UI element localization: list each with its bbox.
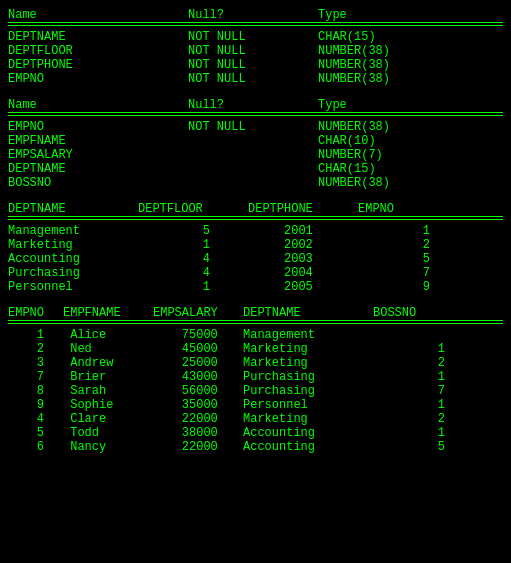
- schema1-row1-name: DEPTNAME: [8, 30, 188, 44]
- emp-row1-empno: 1: [8, 328, 63, 342]
- schema2-row4-null: [188, 162, 318, 176]
- emp-row3-empsalary: 25000: [153, 356, 243, 370]
- dept-row2-deptphone: 2002: [248, 238, 358, 252]
- emp-row5-empsalary: 56000: [153, 384, 243, 398]
- emp-row2-empno: 2: [8, 342, 63, 356]
- dept-row5-deptphone: 2005: [248, 280, 358, 294]
- dept-row2-deptname: Marketing: [8, 238, 138, 252]
- emp-table: EMPNO EMPFNAME EMPSALARY DEPTNAME BOSSNO…: [8, 306, 503, 454]
- emp-row8-empsalary: 38000: [153, 426, 243, 440]
- emp-row4-empno: 7: [8, 370, 63, 384]
- emp-col-empsalary: EMPSALARY: [153, 306, 243, 320]
- schema1-section: Name Null? Type DEPTNAME NOT NULL CHAR(1…: [8, 8, 503, 86]
- emp-row3-empno: 3: [8, 356, 63, 370]
- dept-row3-deptfloor: 4: [138, 252, 248, 266]
- emp-row1-empname: Alice: [63, 328, 153, 342]
- schema2-row5-type: NUMBER(38): [318, 176, 468, 190]
- schema1-row2-type: NUMBER(38): [318, 44, 468, 58]
- emp-row6-empname: Sophie: [63, 398, 153, 412]
- emp-row6-empno: 9: [8, 398, 63, 412]
- schema2-row2-type: CHAR(10): [318, 134, 468, 148]
- schema1-row1-type: CHAR(15): [318, 30, 468, 44]
- schema1-row3-type: NUMBER(38): [318, 58, 468, 72]
- table-row: 1 Alice 75000 Management: [8, 328, 503, 342]
- emp-row9-empno: 6: [8, 440, 63, 454]
- schema1-row4-name: EMPNO: [8, 72, 188, 86]
- schema2-row4-type: CHAR(15): [318, 162, 468, 176]
- dept-col-deptphone: DEPTPHONE: [248, 202, 358, 216]
- schema1-row2-name: DEPTFLOOR: [8, 44, 188, 58]
- schema2-row1-null: NOT NULL: [188, 120, 318, 134]
- schema2-row5-null: [188, 176, 318, 190]
- emp-row4-bossno: 1: [373, 370, 453, 384]
- dept-row2-deptfloor: 1: [138, 238, 248, 252]
- emp-row2-deptname: Marketing: [243, 342, 373, 356]
- emp-row3-deptname: Marketing: [243, 356, 373, 370]
- table-row: BOSSNO NUMBER(38): [8, 176, 503, 190]
- table-row: Management 5 2001 1: [8, 224, 503, 238]
- dept-col-deptname: DEPTNAME: [8, 202, 138, 216]
- schema2-col-null: Null?: [188, 98, 318, 112]
- dept-row5-empno: 9: [358, 280, 438, 294]
- table-row: EMPSALARY NUMBER(7): [8, 148, 503, 162]
- emp-row5-deptname: Purchasing: [243, 384, 373, 398]
- emp-row7-empno: 4: [8, 412, 63, 426]
- table-row: 7 Brier 43000 Purchasing 1: [8, 370, 503, 384]
- dept-row3-empno: 5: [358, 252, 438, 266]
- emp-col-empno: EMPNO: [8, 306, 63, 320]
- emp-row9-empsalary: 22000: [153, 440, 243, 454]
- emp-row5-empname: Sarah: [63, 384, 153, 398]
- emp-divider: [8, 323, 503, 324]
- table-row: Marketing 1 2002 2: [8, 238, 503, 252]
- dept-section: DEPTNAME DEPTFLOOR DEPTPHONE EMPNO Manag…: [8, 202, 503, 294]
- dept-col-empno: EMPNO: [358, 202, 438, 216]
- schema2-section: Name Null? Type EMPNO NOT NULL NUMBER(38…: [8, 98, 503, 190]
- schema2-row4-name: DEPTNAME: [8, 162, 188, 176]
- schema1-row3-null: NOT NULL: [188, 58, 318, 72]
- schema1-divider: [8, 25, 503, 26]
- schema2-row1-type: NUMBER(38): [318, 120, 468, 134]
- schema2-col-name: Name: [8, 98, 188, 112]
- dept-row4-deptphone: 2004: [248, 266, 358, 280]
- table-row: Accounting 4 2003 5: [8, 252, 503, 266]
- table-row: 4 Clare 22000 Marketing 2: [8, 412, 503, 426]
- dept-row3-deptname: Accounting: [8, 252, 138, 266]
- emp-header: EMPNO EMPFNAME EMPSALARY DEPTNAME BOSSNO: [8, 306, 503, 321]
- table-row: 3 Andrew 25000 Marketing 2: [8, 356, 503, 370]
- dept-row4-deptname: Purchasing: [8, 266, 138, 280]
- emp-col-empname: EMPFNAME: [63, 306, 153, 320]
- table-row: DEPTNAME NOT NULL CHAR(15): [8, 30, 503, 44]
- schema1-col-null: Null?: [188, 8, 318, 22]
- emp-row3-empname: Andrew: [63, 356, 153, 370]
- emp-row6-empsalary: 35000: [153, 398, 243, 412]
- schema1-row1-null: NOT NULL: [188, 30, 318, 44]
- table-row: 2 Ned 45000 Marketing 1: [8, 342, 503, 356]
- schema1-row4-type: NUMBER(38): [318, 72, 468, 86]
- table-row: DEPTFLOOR NOT NULL NUMBER(38): [8, 44, 503, 58]
- emp-row6-bossno: 1: [373, 398, 453, 412]
- dept-row4-deptfloor: 4: [138, 266, 248, 280]
- emp-row7-empsalary: 22000: [153, 412, 243, 426]
- dept-col-deptfloor: DEPTFLOOR: [138, 202, 248, 216]
- table-row: EMPNO NOT NULL NUMBER(38): [8, 120, 503, 134]
- emp-row4-deptname: Purchasing: [243, 370, 373, 384]
- emp-row8-deptname: Accounting: [243, 426, 373, 440]
- table-row: 9 Sophie 35000 Personnel 1: [8, 398, 503, 412]
- emp-row2-empname: Ned: [63, 342, 153, 356]
- emp-row2-bossno: 1: [373, 342, 453, 356]
- dept-row1-empno: 1: [358, 224, 438, 238]
- dept-row1-deptphone: 2001: [248, 224, 358, 238]
- schema2-col-type: Type: [318, 98, 468, 112]
- emp-row4-empsalary: 43000: [153, 370, 243, 384]
- emp-row4-empname: Brier: [63, 370, 153, 384]
- emp-section: EMPNO EMPFNAME EMPSALARY DEPTNAME BOSSNO…: [8, 306, 503, 454]
- schema2-table: Name Null? Type EMPNO NOT NULL NUMBER(38…: [8, 98, 503, 190]
- schema1-row2-null: NOT NULL: [188, 44, 318, 58]
- emp-row9-empname: Nancy: [63, 440, 153, 454]
- emp-row8-empname: Todd: [63, 426, 153, 440]
- table-row: Personnel 1 2005 9: [8, 280, 503, 294]
- emp-row6-deptname: Personnel: [243, 398, 373, 412]
- table-row: 8 Sarah 56000 Purchasing 7: [8, 384, 503, 398]
- schema1-row3-name: DEPTPHONE: [8, 58, 188, 72]
- dept-row3-deptphone: 2003: [248, 252, 358, 266]
